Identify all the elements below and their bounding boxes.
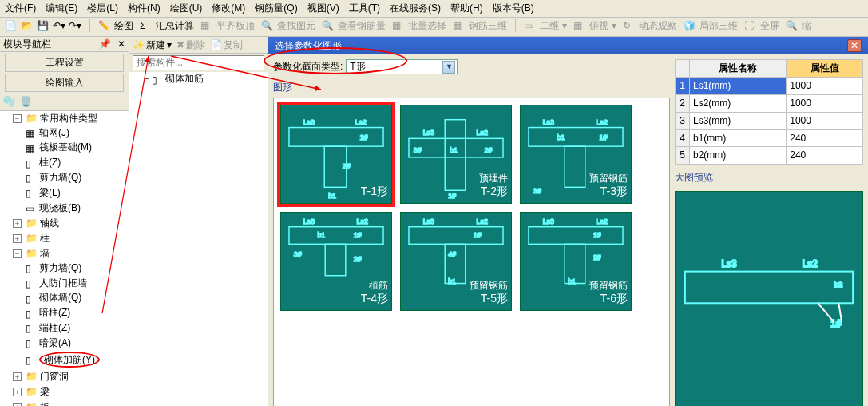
tree-axis[interactable]: 轴线 xyxy=(40,217,59,230)
tree-hbeam[interactable]: 暗梁(A) xyxy=(39,336,71,350)
left-nav: 模块导航栏 📌 ✕ 工程设置 绘图输入 🫧 🗑️ −📁 常用构件类型 ▦轴网(J… xyxy=(0,37,129,406)
svg-rect-8 xyxy=(445,120,466,191)
nav-tab-draw[interactable]: 绘图输入 xyxy=(5,74,124,92)
prop-row-3[interactable]: 3Ls3(mm)1000 xyxy=(676,112,863,129)
tile-t2[interactable]: Ls3Ls2 3#2# b11# 预埋件 T-2形 xyxy=(400,105,512,204)
tile-t4-label: T-4形 xyxy=(361,291,388,307)
param-combo[interactable]: T形 ▼ xyxy=(346,59,458,74)
open-icon[interactable]: 📂▾ xyxy=(21,19,34,32)
tree-beam2[interactable]: 梁 xyxy=(40,385,50,399)
svg-text:Ls3: Ls3 xyxy=(303,118,315,126)
svg-text:1#: 1# xyxy=(474,231,482,239)
tile-t3[interactable]: Ls3Ls2 1#b1 3# 预留钢筋 T-3形 xyxy=(520,105,632,204)
tree-doorwin[interactable]: 门窗洞 xyxy=(40,370,69,384)
tree-manhole[interactable]: 人防门框墙 xyxy=(39,277,87,290)
svg-text:Ls2: Ls2 xyxy=(477,217,488,225)
tree-cast[interactable]: 现浇板(B) xyxy=(39,201,81,215)
tile-t5[interactable]: Ls3Ls2 4#1# b1 预留钢筋 T-5形 xyxy=(400,212,512,311)
menu-view[interactable]: 视图(V) xyxy=(307,2,339,15)
prop-row-4[interactable]: 4b1(mm)240 xyxy=(676,129,863,147)
batch-icon: ▦ xyxy=(392,19,405,32)
svg-rect-16 xyxy=(565,146,585,187)
svg-text:b1: b1 xyxy=(448,277,456,285)
undo-icon[interactable]: ↶▾ xyxy=(53,19,65,32)
remove-tree-icon[interactable]: 🗑️ xyxy=(20,95,32,109)
tile-t4[interactable]: Ls3Ls2 3#1# 2#b1 植筋 T-4形 xyxy=(280,212,392,311)
svg-text:Ls3: Ls3 xyxy=(303,217,315,225)
save-icon[interactable]: 💾▾ xyxy=(37,19,50,32)
tree-axisnet[interactable]: 轴网(J) xyxy=(39,126,69,140)
toolbar-flat: 平齐板顶 xyxy=(216,19,255,33)
dialog-title: 选择参数化图形 xyxy=(275,39,342,53)
svg-text:Ls3: Ls3 xyxy=(423,217,434,225)
toolbar-sum[interactable]: 汇总计算 xyxy=(156,19,194,33)
tree-beam[interactable]: 梁(L) xyxy=(39,186,61,200)
tile-t2-label: T-2形 xyxy=(481,184,508,200)
flat-icon: ▦ xyxy=(200,19,213,32)
prop-table[interactable]: 属性名称属性值 1Ls1(mm)1000 2Ls2(mm)1000 3Ls3(m… xyxy=(675,59,863,165)
dialog-close-icon[interactable]: ✕ xyxy=(847,39,862,52)
tree-masonry[interactable]: 砌体墙(Q) xyxy=(39,291,81,304)
toolbar-draw[interactable]: 绘图 xyxy=(114,19,133,33)
tree-slab[interactable]: 板 xyxy=(40,400,50,406)
close-icon[interactable]: ✕ xyxy=(117,38,125,51)
menu-member[interactable]: 构件(N) xyxy=(128,2,161,15)
tree-col[interactable]: 柱(Z) xyxy=(39,156,61,169)
nav-tab-project[interactable]: 工程设置 xyxy=(5,54,124,72)
param-label: 参数化截面类型: xyxy=(273,60,343,74)
menu-modify[interactable]: 修改(M) xyxy=(212,2,245,15)
new-file-icon[interactable]: 📄 xyxy=(5,19,18,32)
menu-help[interactable]: 帮助(H) xyxy=(450,2,483,15)
tile-t1[interactable]: Ls3Ls2 1#2# b1 T-1形 xyxy=(280,105,392,204)
prop-row-1[interactable]: 1Ls1(mm)1000 xyxy=(676,78,863,95)
tree-shear[interactable]: 剪力墙(Q) xyxy=(39,171,81,185)
top-icon: ▦ xyxy=(573,19,586,32)
sum-icon[interactable]: Σ xyxy=(140,19,153,32)
copy-button: 📄复制 xyxy=(210,38,243,52)
svg-text:b1: b1 xyxy=(568,277,576,285)
toolbar: 📄 📂▾ 💾▾ ↶▾ ↷▾ ✏️ 绘图 Σ 汇总计算 ▦平齐板顶 🔍查找图元 🔍… xyxy=(0,18,868,37)
menu-draw[interactable]: 绘图(U) xyxy=(170,2,203,15)
svg-text:b1: b1 xyxy=(557,133,565,141)
tree-hidden[interactable]: 暗柱(Z) xyxy=(39,306,70,320)
prop-row-2[interactable]: 2Ls2(mm)1000 xyxy=(676,94,863,112)
svg-text:Ls3: Ls3 xyxy=(543,217,554,225)
tree-endcol[interactable]: 端柱(Z) xyxy=(39,321,70,335)
menu-storey[interactable]: 楼层(L) xyxy=(87,2,118,15)
pin-icon[interactable]: 📌 xyxy=(99,38,111,51)
local3d-icon: 🧊 xyxy=(684,19,696,32)
combo-dropdown-icon[interactable]: ▼ xyxy=(442,61,455,74)
tree-pillar[interactable]: 柱 xyxy=(40,232,50,245)
add-tree-icon[interactable]: 🫧 xyxy=(3,95,15,109)
2d-icon: ▭ xyxy=(524,19,537,32)
svg-text:b1: b1 xyxy=(328,192,336,200)
tree-shear2[interactable]: 剪力墙(Q) xyxy=(39,261,81,275)
tree-wall[interactable]: 墙 xyxy=(40,247,50,261)
menu-tools[interactable]: 工具(T) xyxy=(349,2,380,15)
menu-file[interactable]: 文件(F) xyxy=(5,2,36,15)
mid-item[interactable]: −▯砌体加筋 xyxy=(129,72,268,86)
menu-edit[interactable]: 编辑(E) xyxy=(46,2,77,15)
tile-t6[interactable]: Ls3Ls2 1#2# b1 预留钢筋 T-6形 xyxy=(520,212,632,311)
new-button[interactable]: ✨新建▾ xyxy=(133,38,172,52)
svg-rect-15 xyxy=(529,128,623,147)
menu-online[interactable]: 在线服务(S) xyxy=(390,2,441,15)
svg-text:3#: 3# xyxy=(414,146,422,154)
prop-row-5[interactable]: 5b2(mm)240 xyxy=(676,147,863,165)
search-input[interactable] xyxy=(133,56,264,69)
draw-icon[interactable]: ✏️ xyxy=(98,19,111,32)
menu-rebar[interactable]: 钢筋量(Q) xyxy=(255,2,297,15)
param-combo-value: T形 xyxy=(350,60,365,74)
toolbar-rebar: 查看钢筋量 xyxy=(338,19,386,33)
redo-icon[interactable]: ↷▾ xyxy=(69,19,81,32)
tree-mreinf[interactable]: 砌体加筋(Y) xyxy=(39,352,100,368)
toolbar-find: 查找图元 xyxy=(277,19,315,33)
svg-text:Ls3: Ls3 xyxy=(543,118,554,126)
svg-text:1#: 1# xyxy=(448,192,456,200)
tree-root[interactable]: 常用构件类型 xyxy=(40,112,97,125)
search-box[interactable] xyxy=(133,55,264,70)
menu-ver[interactable]: 版本号(B) xyxy=(493,2,534,15)
orbit-icon: ↻ xyxy=(623,19,636,32)
nav-tree[interactable]: −📁 常用构件类型 ▦轴网(J) ▦筏板基础(M) ▯柱(Z) ▯剪力墙(Q) … xyxy=(0,111,129,406)
tree-raft[interactable]: 筏板基础(M) xyxy=(39,141,92,154)
